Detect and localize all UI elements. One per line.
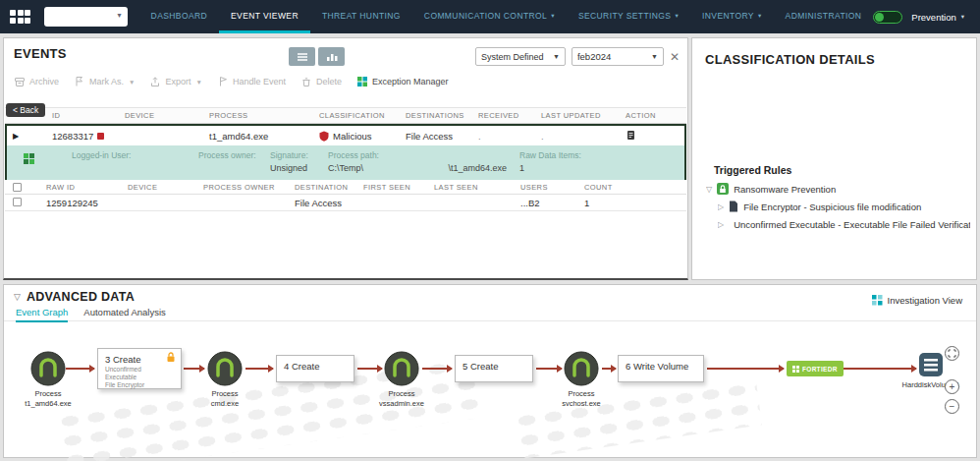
filter-select-value: System Defined [481,52,544,62]
back-button[interactable]: < Back [6,103,45,117]
mode-dropdown[interactable]: Prevention▾ [911,12,964,23]
graph-edge [840,368,916,370]
process-path-label: Process path: [328,150,507,160]
classification-title: CLASSIFICATION DETAILS [705,52,875,67]
nav-item-administration[interactable]: ADMINISTRATION [774,0,874,33]
nav-item-dashboard[interactable]: DASHBOARD [139,0,219,33]
event-action-icon[interactable] [626,130,636,141]
column-header-count[interactable]: COUNT [584,183,633,192]
rule-file-encryptor[interactable]: ▷ File Encryptor - Suspicious file modif… [718,201,970,212]
tree-collapsed-icon[interactable]: ▷ [718,220,724,229]
export-button[interactable]: Export [149,76,191,87]
malicious-shield-icon [319,131,329,142]
investigation-view-link[interactable]: Investigation View [872,295,962,306]
nav-item-event-viewer[interactable]: EVENT VIEWER [219,0,310,33]
column-header-destination[interactable]: DESTINATION [295,183,363,192]
nav-item-communication-control[interactable]: COMMUNICATION CONTROL▾ [412,0,567,33]
harddisk-volume-node[interactable]: HarddiskVolume1 [918,352,944,381]
column-header-process[interactable]: PROCESS [209,111,319,120]
action-node-5-create[interactable]: 5 Create [455,355,533,382]
triggered-rules-tree: ▽ Ransomware Prevention ▷ File Encryptor… [706,183,970,236]
toolbar-label: Handle Event [233,77,286,86]
search-input[interactable] [577,51,644,62]
raw-data-row[interactable]: 1259129245 File Access ...B2 1 [5,195,686,211]
column-header-classification[interactable]: CLASSIFICATION [319,111,406,120]
nav-label: COMMUNICATION CONTROL [424,11,547,21]
investigation-view-label: Investigation View [888,295,962,306]
tab-automated-analysis[interactable]: Automated Analysis [83,307,165,322]
raw-data-items-value: 1 [519,163,598,173]
nav-item-inventory[interactable]: INVENTORY▾ [690,0,774,33]
fortiedr-block-node[interactable]: FORTIEDR [787,361,844,376]
action-node-4-create[interactable]: 4 Create [276,355,354,382]
advanced-data-panel: ▽ ADVANCED DATA Event Graph Automated An… [3,284,977,458]
rule-ransomware-prevention[interactable]: ▽ Ransomware Prevention [706,183,970,195]
column-header-users[interactable]: USERS [520,183,584,192]
toolbar-label: Export [165,77,191,86]
chevron-down-icon[interactable]: ▼ [129,79,135,86]
prevention-mode-toggle[interactable] [873,11,902,24]
clear-search-button[interactable]: ✕ [670,51,680,63]
fit-screen-button[interactable] [945,346,959,361]
column-header-id[interactable]: ID [52,111,125,120]
row-checkbox[interactable] [13,198,22,206]
nav-label: ADMINISTRATION [786,11,862,21]
process-node-cmd[interactable]: Processcmd.exe [207,351,243,386]
collapse-triangle-icon[interactable]: ▽ [14,292,21,302]
filter-select[interactable]: System Defined ▼ [475,47,566,66]
event-classification: Malicious [333,131,372,142]
raw-id: 1259129245 [46,198,128,208]
action-node-6-write-volume[interactable]: 6 Write Volume [618,355,704,382]
classification-details-panel: CLASSIFICATION DETAILS Triggered Rules ▽… [691,37,977,280]
action-label: 5 Create [463,361,525,372]
chevron-down-icon: ▾ [758,12,762,20]
process-icon [207,351,243,386]
nav-item-threat-hunting[interactable]: THREAT HUNTING [310,0,412,33]
delete-button[interactable]: Delete [300,76,342,87]
column-header-device[interactable]: DEVICE [128,183,203,192]
column-header-device[interactable]: DEVICE [125,111,209,120]
archive-button[interactable]: Archive [14,76,59,87]
toggle-knob [875,13,884,22]
tab-event-graph[interactable]: Event Graph [16,307,68,322]
chart-view-button[interactable] [318,47,345,66]
column-header-first-seen[interactable]: FIRST SEEN [363,183,434,192]
process-node-vssadmin[interactable]: Processvssadmin.exe [384,351,419,386]
unconfirmed-lock-icon [166,352,176,363]
exception-manager-button[interactable]: Exception Manager [356,76,449,87]
export-icon [149,76,161,87]
nav-item-security-settings[interactable]: SECURITY SETTINGS▾ [567,0,690,33]
rule-label: Unconfirmed Executable - Executable File… [734,219,970,230]
nav-label: DASHBOARD [151,11,207,21]
list-view-button[interactable] [289,47,315,66]
column-header-destinations[interactable]: DESTINATIONS [406,111,478,120]
column-header-last-updated[interactable]: LAST UPDATED [541,111,626,120]
column-header-raw-id[interactable]: RAW ID [46,183,128,192]
mark-as-button[interactable]: Mark As. [74,76,124,87]
zoom-in-button[interactable]: + [945,379,959,394]
organization-select[interactable]: ▾ [44,7,128,27]
process-node-svchost[interactable]: Processsvchost.exe [564,351,599,386]
zoom-out-button[interactable]: − [945,399,959,414]
chart-view-icon [326,52,338,62]
handle-event-button[interactable]: Handle Event [217,76,286,87]
tree-collapsed-icon[interactable]: ▷ [718,202,724,211]
raw-data-grid-icon[interactable] [23,152,35,165]
events-table-header: ID DEVICE PROCESS CLASSIFICATION DESTINA… [5,107,686,124]
archive-icon [14,76,26,87]
action-node-3-create[interactable]: 3 Create Unconfirmed ExecutableFile Encr… [97,348,182,389]
event-row[interactable]: ▶ 12683317 t1_amd64.exe Malicious File A… [7,126,684,145]
graph-edge [245,368,273,370]
signature-value: Unsigned [270,163,315,173]
select-all-checkbox[interactable] [13,183,22,192]
graph-edge [422,368,452,370]
column-header-action[interactable]: ACTION [626,111,671,120]
tree-expand-icon[interactable]: ▽ [706,185,712,194]
chevron-down-icon[interactable]: ▼ [195,79,201,86]
column-header-last-seen[interactable]: LAST SEEN [434,183,520,192]
rule-unconfirmed-executable[interactable]: ▷ Unconfirmed Executable - Executable Fi… [718,218,970,230]
column-header-received[interactable]: RECEIVED [478,111,541,120]
process-node-t1-amd64[interactable]: Processt1_amd64.exe [30,351,66,386]
column-header-process-owner[interactable]: PROCESS OWNER [203,183,295,192]
row-expander-icon[interactable]: ▶ [13,132,30,141]
